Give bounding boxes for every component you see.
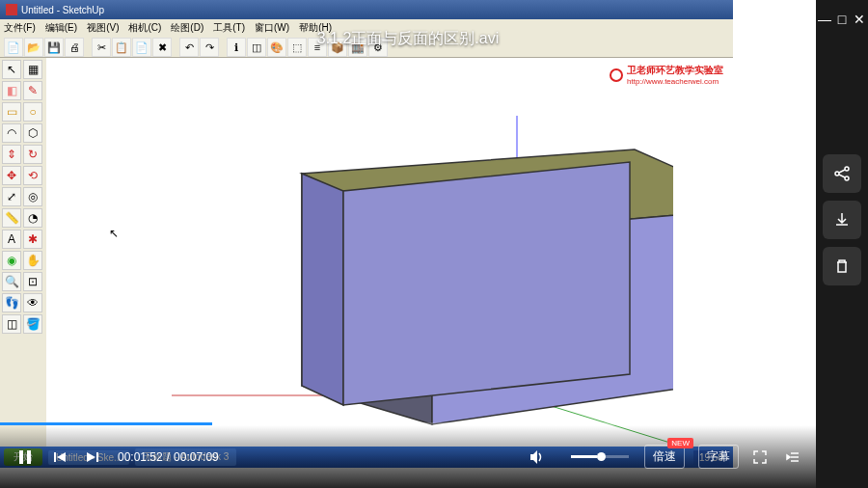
svg-marker-18 [787,455,790,459]
left-toolbar: ↖ ▦ ◧ ✎ ▭ ○ ◠ ⬡ ⇕ ↻ ✥ ⟲ ⤢ ◎ 📏 ◔ A ✱ ◉ ✋ [0,58,46,468]
pause-button[interactable] [15,447,35,467]
zoom-extents-icon[interactable]: ⊡ [23,272,42,291]
pan-icon[interactable]: ✋ [23,251,42,270]
offset-icon[interactable]: ◎ [23,187,42,206]
orbit-icon[interactable]: ◉ [2,251,21,270]
pushpull-icon[interactable]: ⇕ [2,145,21,164]
paste-icon[interactable]: 📄 [132,38,151,57]
watermark-url: http://www.teacherwei.com [627,77,723,86]
eraser-icon[interactable]: ◧ [2,81,21,100]
svg-rect-8 [19,450,23,464]
work-area: ↖ ▦ ◧ ✎ ▭ ○ ◠ ⬡ ⇕ ↻ ✥ ⟲ ⤢ ◎ 📏 ◔ A ✱ ◉ ✋ [0,58,733,468]
box-3d-model [172,116,673,444]
time-display: 00:01:52 / 00:07:09 [118,450,219,464]
delete-button[interactable] [823,247,861,285]
menu-draw[interactable]: 绘图(D) [171,21,203,35]
pencil-icon[interactable]: ✎ [23,81,42,100]
cut-icon[interactable]: ✂ [92,38,111,57]
download-button[interactable] [823,201,861,239]
delete-icon[interactable]: ✖ [152,38,172,57]
time-separator: / [167,450,170,464]
svg-point-20 [845,167,849,171]
model-info-icon[interactable]: ℹ [227,38,246,57]
undo-icon[interactable]: ↶ [179,38,199,57]
svg-marker-6 [302,174,343,405]
protractor-icon[interactable]: ◔ [23,208,42,228]
text-icon[interactable]: A [2,230,21,249]
svg-marker-12 [87,452,95,462]
total-time: 00:07:09 [174,450,219,464]
maximize-button[interactable]: □ [833,0,851,39]
video-title-overlay: 3.1.2正面与反面的区别.avi [317,29,499,49]
canvas-3d[interactable]: 卫老师环艺教学实验室 http://www.teacherwei.com ↖ [46,58,733,468]
watermark-text: 卫老师环艺教学实验室 [627,64,723,77]
section-icon[interactable]: ◫ [2,314,21,334]
followme-icon[interactable]: ↻ [23,145,42,164]
zoom-icon[interactable]: 🔍 [2,272,21,291]
select-icon[interactable]: ↖ [2,60,21,79]
share-button[interactable] [823,154,861,193]
component-icon[interactable]: ◫ [247,38,266,57]
speed-button[interactable]: 倍速 NEW [644,445,685,469]
app-icon [6,4,17,15]
prev-button[interactable] [52,449,68,465]
mouse-cursor-icon: ↖ [109,227,119,240]
window-titlebar: Untitled - SketchUp [0,0,733,19]
menu-camera[interactable]: 相机(C) [128,21,161,35]
new-icon[interactable]: 📄 [4,38,23,57]
minimize-button[interactable]: — [816,0,833,39]
save-icon[interactable]: 💾 [44,38,64,57]
menu-view[interactable]: 视图(V) [87,21,119,35]
right-panel: — □ ✕ [816,0,868,488]
styles-icon[interactable]: ⬚ [287,38,307,57]
window-controls: — □ ✕ [816,0,868,39]
sketchup-window: Untitled - SketchUp 文件(F) 编辑(E) 视图(V) 相机… [0,0,733,468]
svg-rect-10 [54,452,56,462]
menu-tools[interactable]: 工具(T) [213,21,245,35]
circle-icon[interactable]: ○ [23,102,42,122]
paint-icon[interactable]: 🪣 [23,314,42,334]
side-actions [823,154,861,285]
menu-window[interactable]: 窗口(W) [255,21,289,35]
volume-slider[interactable] [571,455,629,458]
move-icon[interactable]: ✥ [2,166,21,185]
playlist-button[interactable] [785,449,800,465]
subtitle-button[interactable]: 字幕 [698,445,739,469]
svg-point-21 [845,176,849,180]
open-icon[interactable]: 📂 [24,38,43,57]
next-button[interactable] [85,449,100,465]
scale-icon[interactable]: ⤢ [2,187,21,206]
arc-icon[interactable]: ◠ [2,123,21,143]
volume-button[interactable] [529,448,546,466]
rotate-icon[interactable]: ⟲ [23,166,42,185]
svg-point-19 [835,172,839,176]
print-icon[interactable]: 🖨 [65,38,84,57]
svg-rect-13 [96,452,98,462]
copy-icon[interactable]: 📋 [112,38,131,57]
close-button[interactable]: ✕ [851,0,868,39]
component-tool-icon[interactable]: ▦ [23,60,42,79]
redo-icon[interactable]: ↷ [200,38,219,57]
window-title: Untitled - SketchUp [21,5,104,15]
svg-marker-14 [530,450,537,464]
rectangle-icon[interactable]: ▭ [2,102,21,122]
menu-file[interactable]: 文件(F) [4,21,36,35]
volume-fill [571,455,597,458]
axes-icon[interactable]: ✱ [23,230,42,249]
video-viewport: Untitled - SketchUp 文件(F) 编辑(E) 视图(V) 相机… [0,0,816,488]
svg-marker-11 [57,452,66,462]
polygon-icon[interactable]: ⬡ [23,123,42,143]
lookaround-icon[interactable]: 👁 [23,293,42,312]
svg-rect-9 [27,450,31,464]
material-icon[interactable]: 🎨 [267,38,286,57]
walk-icon[interactable]: 👣 [2,293,21,312]
fullscreen-button[interactable] [752,449,768,465]
watermark-logo-icon [610,68,623,82]
new-badge: NEW [667,438,693,448]
svg-line-22 [839,170,845,173]
tape-icon[interactable]: 📏 [2,208,21,228]
volume-thumb[interactable] [597,452,606,461]
menu-edit[interactable]: 编辑(E) [45,21,77,35]
watermark: 卫老师环艺教学实验室 http://www.teacherwei.com [610,64,723,86]
svg-marker-7 [343,162,630,405]
